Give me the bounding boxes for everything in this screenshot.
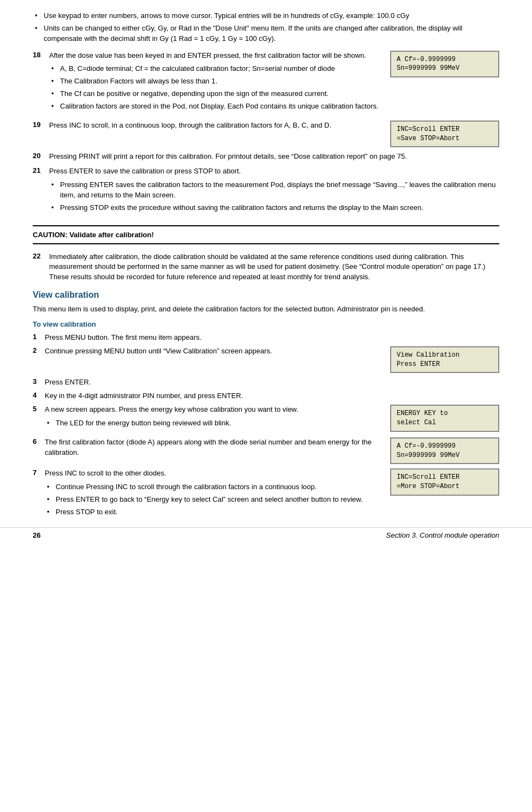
- item-22: 22 Immediately after calibration, the di…: [33, 252, 499, 283]
- view-step-7-sub-3: Press STOP to exit.: [45, 507, 381, 518]
- view-step-5-sub-bullets: The LED for the energy button being revi…: [45, 418, 381, 429]
- item-18-sub-1: A, B, C=diode terminal; Cf = the calcula…: [49, 64, 381, 74]
- view-step-7-text: Press INC to scroll to the other diodes.: [45, 468, 381, 479]
- view-step-2-display-screen: View Calibration Press ENTER: [390, 346, 499, 374]
- item-18-main-text: After the dose value has been keyed in a…: [49, 51, 381, 61]
- item-21-text: Press ENTER to save the calibration or p…: [49, 166, 499, 177]
- view-step-3-num: 3: [33, 377, 45, 388]
- item-18-sub-4: Calibration factors are stored in the Po…: [49, 101, 381, 112]
- view-step-5-num: 5: [33, 405, 45, 433]
- view-step-2-num: 2: [33, 346, 45, 374]
- item-19: 19 Press INC to scroll, in a continuous …: [33, 121, 499, 148]
- page-number: 26: [33, 531, 40, 539]
- item-21-number: 21: [33, 166, 49, 175]
- item-20: 20 Pressing PRINT will print a report fo…: [33, 152, 499, 162]
- item-22-text: Immediately after calibration, the diode…: [49, 252, 499, 283]
- item-18-sub-bullets: A, B, C=diode terminal; Cf = the calcula…: [49, 64, 381, 111]
- view-step-7-display-screen: INC=Scroll ENTER =More STOP=Abort: [390, 468, 499, 496]
- item-22-number: 22: [33, 252, 49, 260]
- view-calibration-heading: View calibration: [33, 290, 499, 300]
- item-21-area: Press ENTER to save the calibration or p…: [49, 166, 499, 217]
- view-step-5-area: A new screen appears. Press the energy k…: [45, 405, 381, 433]
- item-18-display-box: A Cf=-0.9999999 Sn=9999999 99MeV: [390, 51, 499, 78]
- view-step-7: 7 Press INC to scroll to the other diode…: [33, 468, 499, 521]
- view-step-7-area: Press INC to scroll to the other diodes.…: [45, 468, 381, 521]
- item-21-sub-2: Pressing STOP exits the procedure withou…: [49, 203, 499, 213]
- view-step-5-text: A new screen appears. Press the energy k…: [45, 405, 381, 415]
- view-calibration-intro: This menu item is used to display, print…: [33, 304, 499, 315]
- item-18: 18 After the dose value has been keyed i…: [33, 51, 499, 116]
- view-step-3-text: Press ENTER.: [45, 377, 499, 388]
- view-step-1-text: Press MENU button. The first menu item a…: [45, 333, 499, 343]
- item-20-number: 20: [33, 152, 49, 160]
- view-step-5: 5 A new screen appears. Press the energy…: [33, 405, 499, 433]
- view-step-1-num: 1: [33, 333, 45, 343]
- view-step-7-num: 7: [33, 468, 45, 521]
- footer-section-label: Section 3. Control module operation: [386, 531, 499, 539]
- view-step-7-sub-2: Press ENTER to go back to “Energy key to…: [45, 495, 381, 505]
- item-19-number: 19: [33, 121, 49, 129]
- view-step-5-sub-1: The LED for the energy button being revi…: [45, 418, 381, 429]
- view-step-5-display-box: ENERGY KEY to select Cal: [390, 405, 499, 433]
- view-step-2-text: Continue pressing MENU button until “Vie…: [45, 346, 381, 374]
- item-21-sub-bullets: Pressing ENTER saves the calibration fac…: [49, 180, 499, 213]
- view-step-7-sub-1: Continue Pressing INC to scroll through …: [45, 482, 381, 492]
- view-step-3: 3 Press ENTER.: [33, 377, 499, 388]
- caution-text: CAUTION: Validate after calibration!: [33, 231, 154, 239]
- to-view-calibration-heading: To view calibration: [33, 320, 499, 328]
- top-bullets-list: Use keypad to enter numbers, arrows to m…: [33, 11, 499, 44]
- item-19-text: Press INC to scroll, in a continuous loo…: [49, 121, 381, 131]
- view-step-6: 6 The first calibration factor (diode A)…: [33, 437, 499, 465]
- item-20-text: Pressing PRINT will print a report for t…: [49, 152, 499, 162]
- item-19-display-box: INC=Scroll ENTER =Save STOP=Abort: [390, 121, 499, 148]
- item-21-sub-1: Pressing ENTER saves the calibration fac…: [49, 180, 499, 201]
- view-step-1: 1 Press MENU button. The first menu item…: [33, 333, 499, 343]
- view-step-4: 4 Key in the 4-digit administrator PIN n…: [33, 391, 499, 401]
- view-step-4-num: 4: [33, 391, 45, 401]
- view-step-4-text: Key in the 4-digit administrator PIN num…: [45, 391, 499, 401]
- top-bullet-1: Use keypad to enter numbers, arrows to m…: [33, 11, 499, 21]
- view-step-7-display-box: INC=Scroll ENTER =More STOP=Abort: [390, 468, 499, 521]
- item-18-sub-3: The Cf can be positive or negative, depe…: [49, 89, 381, 99]
- view-step-6-num: 6: [33, 437, 45, 465]
- view-calibration-section: View calibration This menu item is used …: [33, 290, 499, 522]
- view-step-7-sub-bullets: Continue Pressing INC to scroll through …: [45, 482, 381, 518]
- page: Use keypad to enter numbers, arrows to m…: [0, 0, 532, 548]
- item-21: 21 Press ENTER to save the calibration o…: [33, 166, 499, 217]
- view-step-6-display-screen: A Cf=-0.9999999 Sn=9999999 99MeV: [390, 437, 499, 465]
- view-step-6-display-box: A Cf=-0.9999999 Sn=9999999 99MeV: [390, 437, 499, 465]
- view-step-5-display-screen: ENERGY KEY to select Cal: [390, 405, 499, 432]
- item-18-sub-2: The Calibration Factors will always be l…: [49, 76, 381, 87]
- page-footer: 26 Section 3. Control module operation: [0, 527, 532, 539]
- item-19-display-screen: INC=Scroll ENTER =Save STOP=Abort: [390, 121, 499, 148]
- view-step-2-display-box: View Calibration Press ENTER: [390, 346, 499, 374]
- item-18-display-screen: A Cf=-0.9999999 Sn=9999999 99MeV: [390, 51, 499, 78]
- item-18-number: 18: [33, 51, 49, 59]
- view-step-2: 2 Continue pressing MENU button until “V…: [33, 346, 499, 374]
- caution-box: CAUTION: Validate after calibration!: [33, 225, 499, 244]
- view-step-6-text: The first calibration factor (diode A) a…: [45, 437, 381, 465]
- top-bullet-2: Units can be changed to either cGy, Gy, …: [33, 23, 499, 44]
- item-18-text-area: After the dose value has been keyed in a…: [49, 51, 381, 116]
